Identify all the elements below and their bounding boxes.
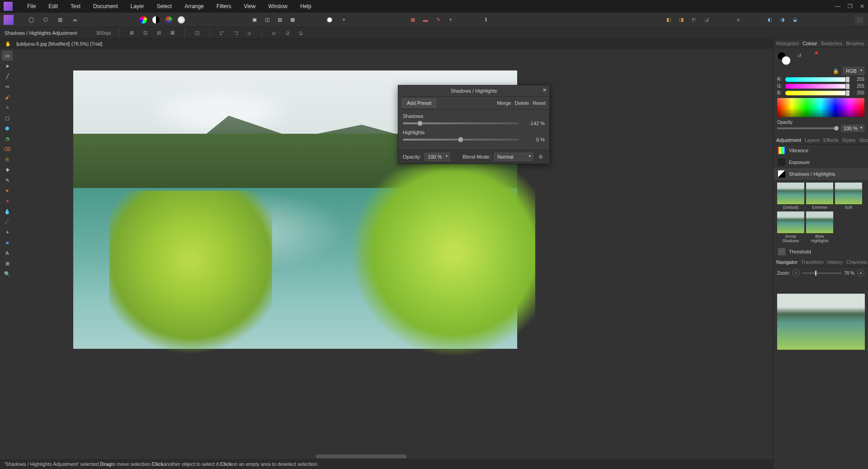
- tab-navigator[interactable]: Navigator: [776, 259, 797, 265]
- preset-extreme[interactable]: Extreme: [806, 183, 833, 210]
- zoom-tool[interactable]: 🔍: [2, 269, 13, 279]
- crop-tool[interactable]: ✂: [2, 82, 13, 92]
- preset-blow-highlights[interactable]: Blow Highlights: [806, 211, 833, 243]
- layer-mask-icon[interactable]: [325, 15, 335, 25]
- mesh-tool[interactable]: ⊞: [2, 258, 13, 268]
- merge-button[interactable]: Merge: [497, 100, 511, 106]
- paint-tool[interactable]: 🖌: [2, 92, 13, 102]
- tab-transform[interactable]: Transform: [801, 259, 824, 265]
- align-right-icon[interactable]: ⫏: [245, 29, 253, 37]
- clone-tool[interactable]: ⎘: [2, 155, 13, 164]
- ctx-icon-5[interactable]: ◫: [193, 29, 201, 37]
- adjustment-exposure[interactable]: Exposure: [774, 156, 868, 168]
- highlights-thumb[interactable]: [458, 137, 463, 142]
- dodge-tool[interactable]: ✦: [2, 227, 13, 237]
- dialog-close-button[interactable]: ✕: [542, 87, 547, 93]
- close-button[interactable]: ✕: [860, 3, 864, 9]
- tab-adjustment[interactable]: Adjustment: [776, 137, 801, 143]
- sync-icon[interactable]: ◯: [26, 15, 36, 25]
- b-value[interactable]: 255: [853, 90, 864, 95]
- preset-soft[interactable]: Soft: [835, 183, 862, 210]
- sponge-tool[interactable]: ✶: [2, 196, 13, 206]
- arrange-4-icon[interactable]: ◪: [702, 15, 712, 25]
- tab-stock[interactable]: Stock: [859, 137, 868, 143]
- marquee-tool[interactable]: ▢: [2, 113, 13, 123]
- ctx-icon-4[interactable]: ⊠: [168, 29, 176, 37]
- zoom-slider[interactable]: [802, 272, 841, 274]
- menu-text[interactable]: Text: [64, 0, 87, 12]
- hand-tool-icon[interactable]: ✋: [5, 39, 12, 49]
- tab-history[interactable]: History: [827, 259, 843, 265]
- menu-help[interactable]: Help: [294, 0, 318, 12]
- gradient-tool[interactable]: ◔: [2, 134, 13, 144]
- menu-edit[interactable]: Edit: [42, 0, 64, 12]
- eraser-tool[interactable]: ⌫: [2, 144, 13, 154]
- gear-icon[interactable]: ⚙: [537, 153, 545, 161]
- background-swatch[interactable]: [782, 56, 791, 65]
- menu-layer[interactable]: Layer: [124, 0, 151, 12]
- text-tool[interactable]: A: [2, 248, 13, 258]
- wand-tool[interactable]: ✧: [2, 103, 13, 113]
- ctx-icon-2[interactable]: ⊡: [141, 29, 149, 37]
- align-bottom-icon[interactable]: ⫒: [297, 29, 305, 37]
- menu-select[interactable]: Select: [151, 0, 178, 12]
- navigator-thumbnail[interactable]: [777, 294, 865, 350]
- account-icon[interactable]: ⬚: [854, 15, 864, 25]
- adjustment-vibrance[interactable]: Vibrance: [774, 145, 868, 156]
- arrange-back-icon[interactable]: ◨: [676, 15, 686, 25]
- swap-colours-icon[interactable]: ↺: [795, 52, 803, 60]
- recent-colour-dot[interactable]: [815, 52, 818, 54]
- snap-2-icon[interactable]: ◑: [778, 15, 788, 25]
- align-top-icon[interactable]: ⫐: [270, 29, 278, 37]
- rgb-circle-icon[interactable]: [164, 15, 174, 25]
- tab-histogram[interactable]: Histogram: [776, 41, 799, 46]
- grid-icon[interactable]: ▦: [408, 15, 418, 25]
- document-tab[interactable]: ljubljana-8.jpg [Modified] (78.5%) [Tria…: [16, 41, 102, 47]
- zoom-out-button[interactable]: −: [793, 269, 800, 277]
- menu-view[interactable]: View: [238, 0, 262, 12]
- assistant-icon[interactable]: ℹ: [481, 15, 491, 25]
- snap-1-icon[interactable]: ◐: [765, 15, 775, 25]
- persona-icon[interactable]: [4, 15, 14, 25]
- menu-arrange[interactable]: Arrange: [178, 0, 210, 12]
- tab-channels[interactable]: Channels: [846, 259, 867, 265]
- lock-icon[interactable]: 🔒: [832, 67, 840, 75]
- mask-icon[interactable]: ▨: [275, 15, 285, 25]
- opacity-dropdown[interactable]: 100 %: [425, 153, 449, 161]
- colour-opacity-slider[interactable]: [777, 127, 839, 129]
- colour-wheel-icon[interactable]: [138, 15, 148, 25]
- tab-styles[interactable]: Styles: [842, 137, 856, 143]
- shadows-thumb[interactable]: [417, 121, 423, 126]
- tab-brushes[interactable]: Brushes: [846, 41, 864, 46]
- colour-swatches[interactable]: [777, 52, 791, 65]
- add-preset-button[interactable]: Add Preset: [402, 98, 436, 108]
- lasso-icon[interactable]: ◫: [262, 15, 272, 25]
- threshold-item[interactable]: Threshold: [774, 246, 868, 258]
- pair-icon[interactable]: ▬: [420, 15, 430, 25]
- r-slider[interactable]: [785, 77, 850, 82]
- menu-filters[interactable]: Filters: [210, 0, 238, 12]
- dropdown-icon[interactable]: ▾: [339, 15, 349, 25]
- zoom-value[interactable]: 78 %: [844, 271, 854, 276]
- preset-dump-shadows[interactable]: Dump Shadows: [777, 211, 804, 243]
- pen-tool[interactable]: ✎: [2, 175, 13, 185]
- move-tool[interactable]: ▭: [2, 51, 13, 61]
- levels-icon[interactable]: ▥: [55, 15, 65, 25]
- marquee-icon[interactable]: ▣: [250, 15, 259, 25]
- soft-circle-icon[interactable]: [176, 15, 186, 25]
- align-left-icon[interactable]: ⫍: [218, 29, 226, 37]
- menu-file[interactable]: File: [21, 0, 42, 12]
- dialog-titlebar[interactable]: Shadows / Highlights ✕: [398, 85, 549, 96]
- ctx-icon-1[interactable]: ⊞: [127, 29, 136, 37]
- tab-effects[interactable]: Effects: [823, 137, 838, 143]
- flood-tool[interactable]: ⬢: [2, 123, 13, 133]
- blend-mode-dropdown[interactable]: Normal: [494, 153, 533, 161]
- smudge-tool[interactable]: ☄: [2, 217, 13, 227]
- arrange-front-icon[interactable]: ◧: [664, 15, 674, 25]
- picker-icon[interactable]: [805, 52, 813, 60]
- delete-button[interactable]: Delete: [514, 100, 529, 106]
- ctx-icon-3[interactable]: ⊟: [155, 29, 163, 37]
- wand-icon[interactable]: ✎: [433, 15, 443, 25]
- g-value[interactable]: 255: [853, 84, 864, 89]
- highlights-slider[interactable]: [403, 139, 519, 141]
